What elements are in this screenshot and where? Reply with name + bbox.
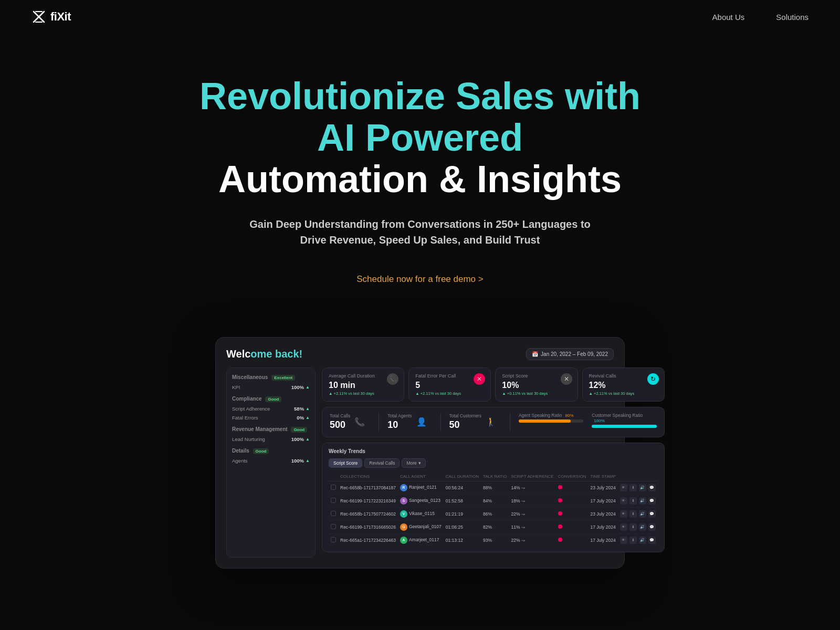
table-row: Rec-665a1-1717234226463 AAmarjeet_0117 0… [329, 533, 658, 547]
dashboard-wrapper: Welcome back! 📅 Jan 20, 2022 – Feb 09, 2… [0, 337, 840, 600]
divider2 [440, 413, 441, 432]
hero-headline: Revolutionize Sales with AI Powered Auto… [184, 76, 656, 201]
col-collections: COLLECTIONS [338, 472, 398, 481]
customer-ratio-bar [592, 425, 656, 428]
headline-part2: Automation & Insights [218, 158, 622, 200]
download-icon[interactable]: ⬇ [629, 497, 637, 505]
dash-main: Average Call Duration 10 min ▲ +2.11% vs… [322, 368, 665, 558]
divider3 [510, 413, 510, 432]
view-icon[interactable]: 👁 [620, 497, 627, 505]
ratio-section: Agent Speaking Ratio 80% Customer Speaki… [519, 413, 657, 431]
col-timestamp: TIME STAMP [588, 472, 617, 481]
calendar-icon: 📅 [532, 351, 538, 357]
trend-tab-revival-calls[interactable]: Revival Calls [364, 458, 400, 468]
kpi-card-avg-call: Average Call Duration 10 min ▲ +2.11% vs… [322, 368, 404, 402]
headline-part1: Revolutionize Sales with AI Powered [200, 75, 640, 159]
date-picker[interactable]: 📅 Jan 20, 2022 – Feb 09, 2022 [526, 348, 614, 360]
stat-total-customers: Total Customers 50 🚶 [449, 413, 496, 430]
trend-tab-script-score[interactable]: Script Score [329, 458, 362, 468]
x-icon: ✕ [474, 373, 485, 385]
trends-tabs: Script Score Revival Calls More ▾ [329, 458, 658, 468]
dashboard-container: Welcome back! 📅 Jan 20, 2022 – Feb 09, 2… [215, 337, 625, 569]
cta-button[interactable]: Schedule now for a free demo > [356, 274, 483, 285]
refresh-icon: ↻ [647, 373, 659, 385]
stats-row: Total Calls 500 📞 Total Agents 10 👤 [322, 407, 665, 437]
kpi-card-script-score: Script Score 10% ▲ +0.11% vs last 30 day… [495, 368, 578, 402]
view-icon[interactable]: 👁 [620, 484, 627, 491]
audio-icon[interactable]: 🔊 [639, 484, 646, 491]
audio-icon[interactable]: 🔊 [639, 510, 646, 518]
chat-icon[interactable]: 💬 [648, 510, 656, 518]
sidebar-row-agents: Agents 100% ▲ [232, 456, 310, 465]
table-body: Rec-6658b-1717137084187 RRanjeet_0121 00… [329, 481, 658, 547]
divider [379, 413, 379, 432]
view-icon[interactable]: 👁 [620, 537, 627, 544]
dash-sidebar: Miscellaneous Excellent KPI 100% ▲ Compl… [226, 368, 316, 558]
col-call-agent: CALL AGENT [398, 472, 444, 481]
audio-icon[interactable]: 🔊 [639, 523, 646, 531]
sidebar-row-lead-nurturing: Lead Nurturing 100% ▲ [232, 435, 310, 444]
logo[interactable]: fiXit [32, 9, 71, 24]
table-header: COLLECTIONS CALL AGENT CALL DURATION TAL… [329, 472, 658, 481]
download-icon[interactable]: ⬇ [629, 537, 637, 544]
kpi-card-fatal-error: Fatal Error Per Call 5 ▲ +2.11% vs last … [408, 368, 491, 402]
calls-icon: 📞 [354, 417, 365, 427]
col-actions [618, 472, 658, 481]
hero-section: Revolutionize Sales with AI Powered Auto… [0, 34, 840, 337]
stat-total-agents: Total Agents 10 👤 [387, 413, 426, 430]
view-icon[interactable]: 👁 [620, 523, 627, 531]
agents-icon: 👤 [416, 417, 427, 427]
chat-icon[interactable]: 💬 [648, 523, 656, 531]
sidebar-section-compliance: Compliance Good [232, 396, 310, 402]
audio-icon[interactable]: 🔊 [639, 497, 646, 505]
col-call-duration: CALL DURATION [444, 472, 481, 481]
dash-body: Miscellaneous Excellent KPI 100% ▲ Compl… [226, 368, 614, 558]
customers-icon: 🚶 [486, 417, 496, 427]
chat-icon[interactable]: 💬 [648, 537, 656, 544]
col-script-adherence: SCRIPT ADHERENCE [509, 472, 555, 481]
logo-text: fiXit [50, 10, 71, 24]
sidebar-section-revenue: Revenue Management Good [232, 426, 310, 433]
view-icon[interactable]: 👁 [620, 510, 627, 518]
nav-about-us[interactable]: About Us [712, 13, 745, 22]
agent-ratio-bar [519, 419, 583, 423]
script-icon: ✕ [561, 373, 572, 385]
data-table: COLLECTIONS CALL AGENT CALL DURATION TAL… [329, 472, 658, 547]
table-row: Rec-6658b-1717137084187 RRanjeet_0121 00… [329, 481, 658, 494]
table-row: Rec-66199-1717316665026 GGeetanjali_0107… [329, 520, 658, 533]
trends-section: Weekly Trends Script Score Revival Calls… [322, 443, 665, 552]
sidebar-section-details: Details Good [232, 448, 310, 454]
sidebar-row-script-adherence: Script Adherence 58% ▲ [232, 404, 310, 413]
stat-total-calls: Total Calls 500 📞 [330, 413, 365, 430]
nav-solutions[interactable]: Solutions [776, 13, 808, 22]
trend-tab-more[interactable]: More ▾ [402, 458, 425, 468]
nav-links: About Us Solutions [712, 13, 808, 22]
date-range-text: Jan 20, 2022 – Feb 09, 2022 [541, 351, 608, 357]
hero-subtext: Gain Deep Understanding from Conversatio… [236, 216, 604, 248]
dash-header: Welcome back! 📅 Jan 20, 2022 – Feb 09, 2… [226, 348, 614, 360]
col-talk-ratio: TALK RATIO [481, 472, 509, 481]
chat-icon[interactable]: 💬 [648, 484, 656, 491]
dash-welcome: Welcome back! [226, 348, 302, 360]
audio-icon[interactable]: 🔊 [639, 537, 646, 544]
table-row: Rec-6658b-1717507724602 VVikase_0115 01:… [329, 507, 658, 520]
chat-icon[interactable]: 💬 [648, 497, 656, 505]
trends-title: Weekly Trends [329, 448, 658, 454]
sidebar-row-kpi: KPI 100% ▲ [232, 383, 310, 392]
table-row: Rec-66199-1717223216349 SSangeeta_0123 0… [329, 494, 658, 507]
col-checkbox [329, 472, 338, 481]
download-icon[interactable]: ⬇ [629, 510, 637, 518]
logo-icon [32, 9, 46, 24]
sidebar-section-miscellaneous: Miscellaneous Excellent [232, 374, 310, 381]
download-icon[interactable]: ⬇ [629, 523, 637, 531]
phone-icon: 📞 [387, 373, 398, 385]
sidebar-row-fatal-errors: Fatal Errors 0% ▲ [232, 413, 310, 422]
download-icon[interactable]: ⬇ [629, 484, 637, 491]
navbar: fiXit About Us Solutions [0, 0, 840, 34]
kpi-card-revival-calls: Revival Calls 12% ▲ +2.11% vs last 30 da… [582, 368, 665, 402]
col-conversion: CONVERSION [556, 472, 589, 481]
kpi-cards: Average Call Duration 10 min ▲ +2.11% vs… [322, 368, 665, 402]
